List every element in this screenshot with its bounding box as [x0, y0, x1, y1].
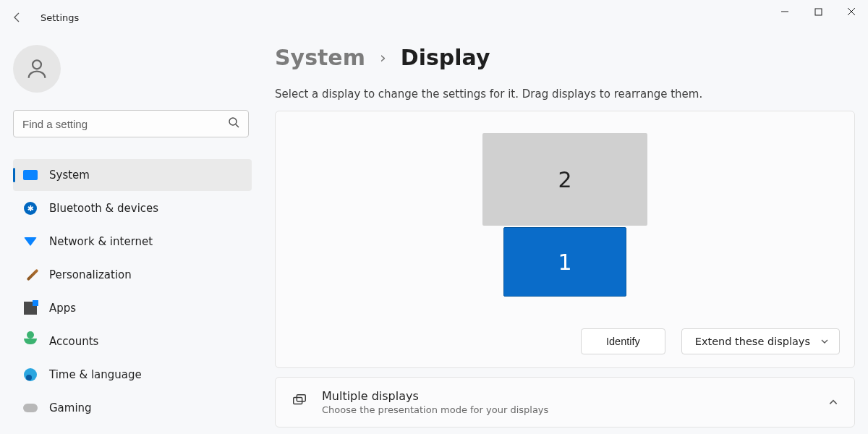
display-arrangement-area[interactable]: 2 1	[276, 133, 854, 301]
gamepad-icon	[23, 401, 38, 415]
sidebar-item-time-language[interactable]: Time & language	[13, 359, 252, 391]
search-icon	[228, 116, 239, 131]
sidebar: System ✱ Bluetooth & devices Network & i…	[0, 35, 260, 434]
chevron-up-icon	[828, 397, 838, 407]
sidebar-item-label: Accounts	[49, 335, 98, 348]
multiple-displays-icon	[292, 393, 307, 412]
person-icon	[25, 56, 49, 81]
back-button[interactable]	[0, 0, 35, 35]
sidebar-item-label: Network & internet	[49, 235, 153, 248]
maximize-icon	[814, 8, 822, 16]
search-box[interactable]	[13, 110, 249, 137]
window-title: Settings	[41, 12, 79, 23]
display-1[interactable]: 1	[503, 227, 626, 297]
brush-icon	[23, 268, 38, 282]
close-button[interactable]	[835, 0, 868, 23]
window-controls	[768, 0, 868, 23]
minimize-button[interactable]	[768, 0, 801, 23]
sidebar-item-bluetooth[interactable]: ✱ Bluetooth & devices	[13, 192, 252, 224]
minimize-icon	[780, 7, 789, 16]
chevron-right-icon: ›	[380, 48, 386, 67]
close-icon	[847, 7, 856, 16]
page-title: Display	[401, 45, 490, 70]
svg-point-2	[229, 118, 237, 125]
sidebar-item-apps[interactable]: Apps	[13, 292, 252, 324]
wifi-icon	[23, 234, 38, 249]
chevron-down-icon	[820, 337, 829, 346]
breadcrumb-parent[interactable]: System	[275, 45, 365, 70]
search-input[interactable]	[22, 118, 219, 130]
sidebar-item-accounts[interactable]: Accounts	[13, 326, 252, 357]
sidebar-item-label: Time & language	[49, 368, 142, 381]
accounts-icon	[23, 334, 38, 349]
arrow-left-icon	[12, 12, 23, 23]
sidebar-item-personalization[interactable]: Personalization	[13, 259, 252, 291]
arrange-instructions: Select a display to change the settings …	[275, 88, 855, 101]
sidebar-item-gaming[interactable]: Gaming	[13, 392, 252, 424]
sidebar-item-label: Personalization	[49, 268, 132, 281]
sidebar-item-label: Bluetooth & devices	[49, 202, 158, 215]
multiple-displays-subtitle: Choose the presentation mode for your di…	[322, 404, 814, 415]
display-2[interactable]: 2	[482, 133, 647, 226]
multiple-displays-texts: Multiple displays Choose the presentatio…	[322, 389, 814, 415]
user-avatar[interactable]	[13, 45, 61, 93]
svg-point-1	[33, 60, 41, 69]
sidebar-item-label: System	[49, 169, 90, 182]
display-mode-dropdown[interactable]: Extend these displays	[681, 328, 840, 354]
system-icon	[23, 168, 38, 182]
sidebar-item-label: Apps	[49, 302, 76, 315]
sidebar-item-label: Gaming	[49, 401, 92, 414]
multiple-displays-row[interactable]: Multiple displays Choose the presentatio…	[275, 377, 855, 427]
bluetooth-icon: ✱	[23, 201, 38, 216]
breadcrumb: System › Display	[275, 45, 855, 70]
globe-clock-icon	[23, 367, 38, 382]
sidebar-item-system[interactable]: System	[13, 159, 252, 191]
maximize-button[interactable]	[801, 0, 835, 23]
svg-rect-4	[297, 395, 305, 401]
multiple-displays-title: Multiple displays	[322, 389, 814, 403]
titlebar: Settings	[0, 0, 868, 35]
apps-icon	[23, 301, 38, 315]
svg-rect-0	[815, 9, 822, 15]
display-arrangement-card: 2 1 Identify Extend these displays	[275, 111, 855, 368]
svg-rect-3	[294, 397, 302, 404]
sidebar-item-network[interactable]: Network & internet	[13, 226, 252, 258]
main-content: System › Display Select a display to cha…	[275, 35, 855, 434]
display-mode-value: Extend these displays	[695, 336, 810, 347]
arrange-actions: Identify Extend these displays	[581, 328, 840, 354]
sidebar-nav: System ✱ Bluetooth & devices Network & i…	[13, 159, 252, 424]
identify-button[interactable]: Identify	[581, 328, 665, 354]
